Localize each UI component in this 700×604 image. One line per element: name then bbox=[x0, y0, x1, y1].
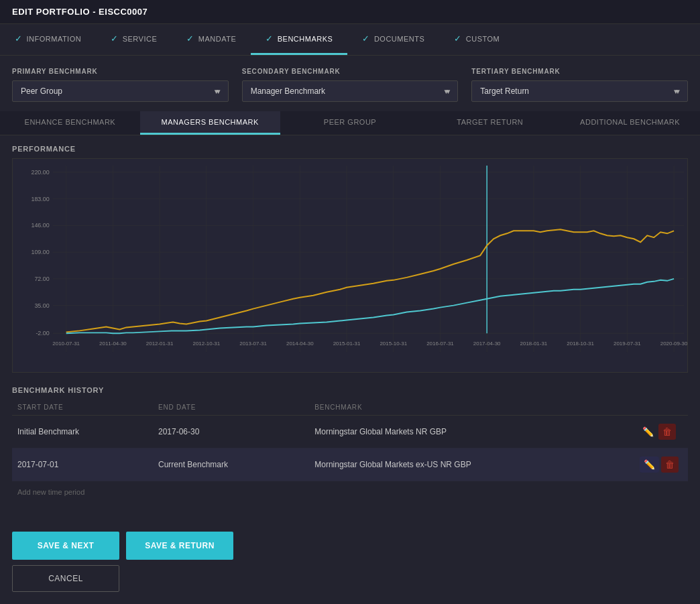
performance-title: PERFORMANCE bbox=[12, 145, 688, 153]
secondary-benchmark-select-wrapper: Manager Benchmark ▼ bbox=[242, 80, 459, 102]
secondary-benchmark-label: SECONDARY BENCHMARK bbox=[242, 68, 459, 75]
col-end-date: END DATE bbox=[153, 400, 309, 416]
tertiary-benchmark-value: Target Return bbox=[480, 86, 529, 96]
tab-benchmarks[interactable]: ✓ BENCHMARKS bbox=[251, 24, 347, 55]
svg-text:220.00: 220.00 bbox=[31, 169, 49, 176]
save-return-button[interactable]: SAVE & RETURN bbox=[126, 532, 233, 560]
sub-tab-enhance-label: ENHANCE BENCHMARK bbox=[25, 118, 116, 126]
svg-text:72.00: 72.00 bbox=[34, 276, 49, 282]
check-icon-custom: ✓ bbox=[454, 34, 462, 44]
table-row: 2017-07-01 Current Benchmark Morningstar… bbox=[12, 448, 688, 481]
svg-text:2020-09-30: 2020-09-30 bbox=[660, 341, 687, 347]
tab-mandate[interactable]: ✓ MANDATE bbox=[172, 24, 251, 55]
row2-edit-button[interactable]: ✏️ bbox=[640, 457, 659, 473]
svg-text:183.00: 183.00 bbox=[31, 196, 49, 202]
tertiary-benchmark-select-wrapper: Target Return ▼ bbox=[471, 80, 688, 102]
svg-text:2015-01-31: 2015-01-31 bbox=[333, 341, 361, 347]
row2-benchmark: Morningstar Global Markets ex-US NR GBP bbox=[309, 448, 634, 481]
check-icon-mandate: ✓ bbox=[186, 34, 194, 44]
table-row: Initial Benchmark 2017-06-30 Morningstar… bbox=[12, 416, 688, 448]
svg-text:146.00: 146.00 bbox=[31, 222, 49, 229]
cancel-button[interactable]: CANCEL bbox=[12, 565, 119, 592]
svg-text:2012-01-31: 2012-01-31 bbox=[146, 341, 174, 347]
row2-actions: ✏️ 🗑 bbox=[634, 448, 688, 481]
tab-custom-label: CUSTOM bbox=[466, 35, 500, 43]
svg-text:2012-10-31: 2012-10-31 bbox=[193, 341, 221, 347]
svg-text:35.00: 35.00 bbox=[34, 302, 49, 309]
row1-end-date: 2017-06-30 bbox=[153, 416, 309, 448]
dropdown-arrow-primary: ▼ bbox=[213, 88, 220, 95]
sub-tab-managers[interactable]: MANAGERS BENCHMARK bbox=[140, 111, 280, 135]
svg-text:2015-10-31: 2015-10-31 bbox=[380, 341, 407, 347]
history-table-header: START DATE END DATE BENCHMARK bbox=[12, 400, 688, 416]
sub-tabs: ENHANCE BENCHMARK MANAGERS BENCHMARK PEE… bbox=[0, 111, 700, 135]
history-section: BENCHMARK HISTORY START DATE END DATE BE… bbox=[0, 378, 700, 522]
secondary-benchmark-group: SECONDARY BENCHMARK Manager Benchmark ▼ bbox=[242, 68, 472, 102]
check-icon-documents: ✓ bbox=[362, 34, 370, 44]
save-next-button[interactable]: SAVE & NEXT bbox=[12, 532, 119, 560]
footer-row1: SAVE & NEXT SAVE & RETURN bbox=[12, 532, 688, 560]
sub-tab-peer-group[interactable]: PEER GROUP bbox=[280, 111, 420, 135]
performance-section: PERFORMANCE bbox=[0, 135, 700, 378]
primary-benchmark-group: PRIMARY BENCHMARK Peer Group ▼ bbox=[12, 68, 242, 102]
tab-service-label: SERVICE bbox=[123, 35, 158, 43]
tab-documents[interactable]: ✓ DOCUMENTS bbox=[347, 24, 439, 55]
tab-benchmarks-label: BENCHMARKS bbox=[278, 35, 333, 43]
row1-benchmark: Morningstar Global Markets NR GBP bbox=[309, 416, 634, 448]
history-table: START DATE END DATE BENCHMARK Initial Be… bbox=[12, 400, 688, 481]
tab-mandate-label: MANDATE bbox=[198, 35, 236, 43]
primary-benchmark-value: Peer Group bbox=[21, 86, 62, 96]
tertiary-benchmark-group: TERTIARY BENCHMARK Target Return ▼ bbox=[471, 68, 688, 102]
primary-benchmark-select-display[interactable]: Peer Group ▼ bbox=[12, 80, 229, 102]
secondary-benchmark-select-display[interactable]: Manager Benchmark ▼ bbox=[242, 80, 459, 102]
svg-text:2016-07-31: 2016-07-31 bbox=[426, 341, 454, 347]
sub-tab-peer-group-label: PEER GROUP bbox=[324, 118, 376, 126]
header: EDIT PORTFOLIO - EISCC0007 bbox=[0, 0, 700, 24]
row1-actions: ✏️ 🗑 bbox=[634, 416, 688, 448]
sub-tab-additional[interactable]: ADDITIONAL BENCHMARK bbox=[560, 111, 700, 135]
tab-custom[interactable]: ✓ CUSTOM bbox=[439, 24, 514, 55]
sub-tab-target-return[interactable]: TARGET RETURN bbox=[420, 111, 560, 135]
page-title: EDIT PORTFOLIO - EISCC0007 bbox=[12, 7, 148, 17]
dropdown-arrow-secondary: ▼ bbox=[443, 88, 449, 95]
col-actions bbox=[634, 400, 688, 416]
tertiary-benchmark-select-display[interactable]: Target Return ▼ bbox=[471, 80, 688, 102]
svg-text:2014-04-30: 2014-04-30 bbox=[286, 341, 314, 347]
row1-delete-button[interactable]: 🗑 bbox=[658, 424, 676, 440]
history-title: BENCHMARK HISTORY bbox=[12, 386, 688, 394]
tab-information[interactable]: ✓ INFORMATION bbox=[0, 24, 96, 55]
add-period-link[interactable]: Add new time period bbox=[12, 481, 688, 503]
sub-tab-additional-label: ADDITIONAL BENCHMARK bbox=[580, 118, 680, 126]
benchmark-selectors: PRIMARY BENCHMARK Peer Group ▼ SECONDARY… bbox=[0, 56, 700, 111]
svg-text:-2.00: -2.00 bbox=[36, 330, 49, 337]
primary-benchmark-label: PRIMARY BENCHMARK bbox=[12, 68, 229, 75]
check-icon-benchmarks: ✓ bbox=[266, 34, 274, 44]
svg-text:2010-07-31: 2010-07-31 bbox=[52, 341, 80, 347]
row1-start-date: Initial Benchmark bbox=[12, 416, 153, 448]
row2-end-date: Current Benchmark bbox=[153, 448, 309, 481]
col-benchmark: BENCHMARK bbox=[309, 400, 634, 416]
tab-information-label: INFORMATION bbox=[27, 35, 82, 43]
tab-service[interactable]: ✓ SERVICE bbox=[96, 24, 172, 55]
tertiary-benchmark-label: TERTIARY BENCHMARK bbox=[471, 68, 688, 75]
svg-text:2013-07-31: 2013-07-31 bbox=[239, 341, 267, 347]
row2-delete-button[interactable]: 🗑 bbox=[661, 457, 679, 473]
sub-tab-enhance[interactable]: ENHANCE BENCHMARK bbox=[0, 111, 140, 135]
sub-tab-managers-label: MANAGERS BENCHMARK bbox=[162, 118, 259, 126]
check-icon-service: ✓ bbox=[111, 34, 119, 44]
dropdown-arrow-tertiary: ▼ bbox=[673, 88, 679, 95]
app-container: EDIT PORTFOLIO - EISCC0007 ✓ INFORMATION… bbox=[0, 0, 700, 604]
chart-container: 220.00 183.00 146.00 109.00 72.00 35.00 … bbox=[12, 158, 688, 373]
secondary-benchmark-value: Manager Benchmark bbox=[251, 86, 325, 96]
check-icon-information: ✓ bbox=[15, 34, 23, 44]
col-start-date: START DATE bbox=[12, 400, 153, 416]
footer-section: SAVE & NEXT SAVE & RETURN CANCEL bbox=[0, 522, 700, 604]
footer-row2: CANCEL bbox=[12, 565, 688, 592]
svg-text:2018-10-31: 2018-10-31 bbox=[567, 341, 594, 347]
svg-text:2019-07-31: 2019-07-31 bbox=[614, 341, 641, 347]
row1-edit-button[interactable]: ✏️ bbox=[640, 424, 656, 440]
svg-text:109.00: 109.00 bbox=[31, 249, 49, 255]
performance-chart: 220.00 183.00 146.00 109.00 72.00 35.00 … bbox=[13, 159, 687, 372]
sub-tab-target-return-label: TARGET RETURN bbox=[457, 118, 523, 126]
svg-text:2018-01-31: 2018-01-31 bbox=[520, 341, 548, 347]
